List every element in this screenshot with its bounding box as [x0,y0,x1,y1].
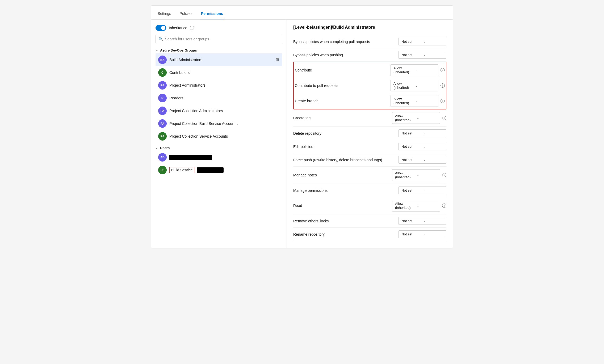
perm-row-create-tag: Create tag Allow (inherited) ⌄ i [293,109,446,127]
avatar-ab: AB [158,153,167,162]
user-name-redacted-1 [169,155,212,160]
perm-value-delete-repo: Not set [401,131,422,135]
perm-row-read: Read Allow (inherited) ⌄ i [293,197,446,214]
perm-dropdown-create-branch[interactable]: Allow (inherited) ⌄ [391,95,438,107]
perm-dropdown-manage-permissions[interactable]: Not set ⌄ [399,187,446,194]
perm-label-rename-repo: Rename repository [293,232,395,236]
manage-notes-info-icon[interactable]: i [442,173,446,177]
perm-value-read: Allow (inherited) [395,202,415,210]
build-service-label: Build Service [171,168,193,172]
perm-dropdown-remove-locks[interactable]: Not set ⌄ [399,217,446,225]
perm-dropdown-force-push[interactable]: Not set ⌄ [399,156,446,164]
avatar-pa-green: PA [158,132,167,141]
chevron-down-icon-13: ⌄ [423,219,443,222]
chevron-down-icon-2: ⌄ [423,53,443,56]
perm-value-force-push: Not set [401,158,422,162]
nav-policies[interactable]: Policies [179,9,194,19]
search-input[interactable] [165,37,279,41]
perm-row-delete-repo: Delete repository Not set ⌄ [293,127,446,140]
perm-dropdown-edit-policies[interactable]: Not set ⌄ [399,143,446,150]
create-tag-info-icon[interactable]: i [442,116,446,120]
highlighted-permissions-box: Contribute Allow (inherited) ⌄ i Contrib… [293,62,446,109]
inheritance-row: Inheritance i [156,25,282,31]
group-name-project-collection-administrators: Project Collection Administrators [169,109,280,113]
group-item-build-administrators[interactable]: BA Build Administrators 🗑 [156,53,282,66]
perm-dropdown-bypass-push[interactable]: Not set ⌄ [399,51,446,59]
perm-info-create-tag: Allow (inherited) ⌄ i [392,112,446,124]
avatar-pa-blue-3: PA [158,119,167,128]
perm-value-bypass-pull: Not set [401,40,422,44]
perm-label-contribute: Contribute [295,68,387,72]
read-info-icon[interactable]: i [442,204,446,208]
chevron-down-icon-4: ⌄ [415,84,435,87]
search-box[interactable]: 🔍 [156,35,282,43]
user-item-1[interactable]: AB [156,151,282,164]
nav-settings[interactable]: Settings [157,9,172,19]
inheritance-info-icon[interactable]: i [190,26,194,30]
perm-value-create-branch: Allow (inherited) [393,97,414,105]
group-name-project-collection-build-service: Project Collection Build Service Accoun… [169,121,280,126]
groups-section-label: Azure DevOps Groups [160,48,197,52]
inheritance-label: Inheritance [169,26,187,30]
users-section-header[interactable]: ⌄ Users [156,146,282,150]
chevron-down-icon-3: ⌄ [415,69,435,72]
inheritance-toggle[interactable] [156,25,166,31]
perm-dropdown-contribute[interactable]: Allow (inherited) ⌄ [391,64,438,76]
perm-info-contribute-pr: Allow (inherited) ⌄ i [391,80,445,91]
perm-value-bypass-push: Not set [401,53,422,57]
perm-label-create-tag: Create tag [293,116,389,120]
perm-dropdown-manage-notes[interactable]: Allow (inherited) ⌄ [392,169,440,181]
chevron-down-icon-14: ⌄ [423,233,443,236]
users-section-label: Users [160,146,170,150]
create-branch-info-icon[interactable]: i [441,99,445,103]
left-panel: Inheritance i 🔍 ⌄ Azure DevOps Groups BA… [151,20,287,248]
avatar-pa-blue-1: PA [158,81,167,90]
chevron-down-icon-11: ⌄ [423,189,443,192]
perm-row-rename-repo: Rename repository Not set ⌄ [293,228,446,241]
perm-label-manage-notes: Manage notes [293,173,389,177]
nav-permissions[interactable]: Permissions [200,9,224,19]
group-item-project-collection-build-service[interactable]: PA Project Collection Build Service Acco… [156,117,282,130]
group-item-project-administrators[interactable]: PA Project Administrators [156,79,282,92]
perm-label-manage-permissions: Manage permissions [293,188,395,193]
perm-row-bypass-push: Bypass policies when pushing Not set ⌄ [293,48,446,62]
perm-label-contribute-pr: Contribute to pull requests [295,83,387,88]
user-item-2[interactable]: LS Build Service [156,164,282,176]
group-item-contributors[interactable]: C Contributors [156,66,282,79]
perm-label-edit-policies: Edit policies [293,145,395,149]
groups-chevron-icon: ⌄ [156,49,158,52]
perm-row-contribute-pr: Contribute to pull requests Allow (inher… [295,79,445,92]
perm-value-manage-notes: Allow (inherited) [395,171,415,179]
permissions-table: Bypass policies when completing pull req… [293,35,446,241]
perm-dropdown-create-tag[interactable]: Allow (inherited) ⌄ [392,112,440,124]
build-service-box: Build Service [169,167,194,173]
content-area: Inheritance i 🔍 ⌄ Azure DevOps Groups BA… [151,20,453,248]
chevron-down-icon-8: ⌄ [423,145,443,148]
chevron-down-icon-6: ⌄ [417,117,437,120]
perm-dropdown-rename-repo[interactable]: Not set ⌄ [399,230,446,238]
perm-row-manage-notes: Manage notes Allow (inherited) ⌄ i [293,167,446,184]
group-name-project-administrators: Project Administrators [169,83,280,87]
perm-dropdown-contribute-pr[interactable]: Allow (inherited) ⌄ [391,80,438,91]
chevron-down-icon-5: ⌄ [415,100,435,103]
perm-value-edit-policies: Not set [401,145,422,149]
right-panel: [Level-belastingen]\Build Administrators… [287,20,453,248]
group-item-project-collection-administrators[interactable]: PA Project Collection Administrators [156,104,282,117]
group-item-project-collection-service-accounts[interactable]: PA Project Collection Service Accounts [156,130,282,143]
perm-row-force-push: Force push (rewrite history, delete bran… [293,153,446,167]
contribute-pr-info-icon[interactable]: i [441,83,445,88]
perm-dropdown-delete-repo[interactable]: Not set ⌄ [399,129,446,137]
perm-dropdown-bypass-pull[interactable]: Not set ⌄ [399,38,446,45]
delete-icon[interactable]: 🗑 [275,57,280,62]
azure-devops-groups-header[interactable]: ⌄ Azure DevOps Groups [156,48,282,52]
perm-row-edit-policies: Edit policies Not set ⌄ [293,140,446,153]
perm-value-manage-permissions: Not set [401,188,422,192]
perm-dropdown-read[interactable]: Allow (inherited) ⌄ [392,200,440,211]
avatar-pa-blue-2: PA [158,107,167,115]
group-item-readers[interactable]: R Readers [156,92,282,104]
perm-info-contribute: Allow (inherited) ⌄ i [391,64,445,76]
contribute-info-icon[interactable]: i [441,68,445,72]
chevron-down-icon-12: ⌄ [417,204,437,207]
chevron-down-icon-9: ⌄ [423,158,443,161]
users-chevron-icon: ⌄ [156,146,158,150]
